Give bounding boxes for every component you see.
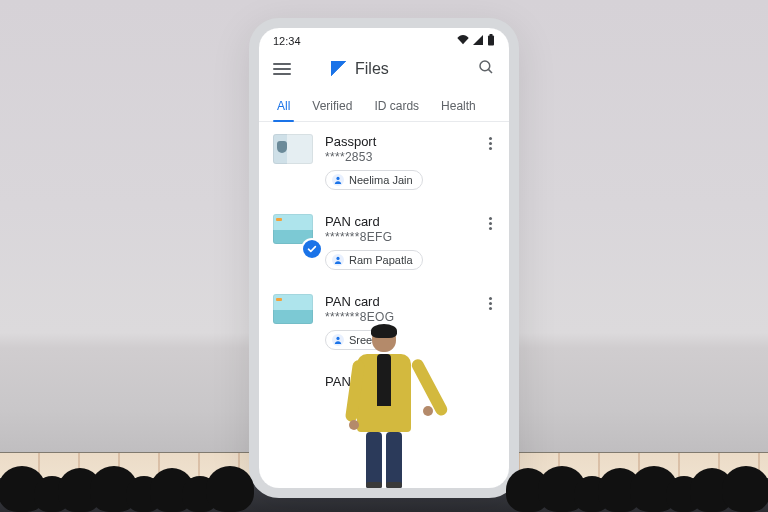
svg-point-4 [336, 177, 339, 180]
status-time: 12:34 [273, 35, 301, 47]
owner-name: Ram Papatla [349, 254, 413, 266]
document-number: *******8EFG [325, 230, 495, 244]
document-title: PAN card [325, 294, 495, 309]
tab-all[interactable]: All [275, 93, 292, 121]
app-brand: Files [331, 60, 389, 78]
tab-id-cards[interactable]: ID cards [372, 93, 421, 121]
menu-icon[interactable] [273, 63, 291, 75]
category-tabs: All Verified ID cards Health [259, 87, 509, 122]
more-icon[interactable] [481, 294, 499, 312]
tab-label: Verified [312, 99, 352, 113]
svg-point-6 [336, 337, 339, 340]
audience [0, 460, 768, 512]
more-icon[interactable] [481, 214, 499, 232]
document-number: *******8EOG [325, 310, 495, 324]
more-icon[interactable] [481, 134, 499, 152]
svg-rect-1 [490, 34, 493, 36]
battery-icon [487, 34, 495, 48]
svg-point-2 [480, 61, 490, 71]
signal-icon [473, 35, 483, 47]
person-icon [332, 254, 344, 266]
files-logo-icon [331, 61, 347, 77]
tab-verified[interactable]: Verified [310, 93, 354, 121]
status-bar: 12:34 [259, 28, 509, 50]
owner-chip[interactable]: Neelima Jain [325, 170, 423, 190]
owner-name: Neelima Jain [349, 174, 413, 186]
document-thumbnail [273, 134, 313, 164]
svg-line-3 [488, 69, 492, 73]
list-item[interactable]: Passport ****2853 Neelima Jain [259, 122, 509, 202]
tab-label: Health [441, 99, 476, 113]
document-title: Passport [325, 134, 495, 149]
svg-rect-0 [488, 36, 494, 46]
selected-check-icon[interactable] [303, 240, 321, 258]
tab-label: All [277, 99, 290, 113]
status-icons [457, 34, 495, 48]
person-icon [332, 174, 344, 186]
list-item[interactable]: PAN card *******8EFG Ram Papatla [259, 202, 509, 282]
tab-health[interactable]: Health [439, 93, 478, 121]
svg-point-5 [336, 257, 339, 260]
search-icon[interactable] [477, 58, 495, 79]
document-number: ****2853 [325, 150, 495, 164]
app-title: Files [355, 60, 389, 78]
tab-label: ID cards [374, 99, 419, 113]
person-icon [332, 334, 344, 346]
app-bar: Files [259, 50, 509, 87]
document-thumbnail [273, 294, 313, 324]
document-title: PAN card [325, 214, 495, 229]
wifi-icon [457, 35, 469, 47]
document-thumbnail [273, 214, 313, 244]
owner-chip[interactable]: Ram Papatla [325, 250, 423, 270]
